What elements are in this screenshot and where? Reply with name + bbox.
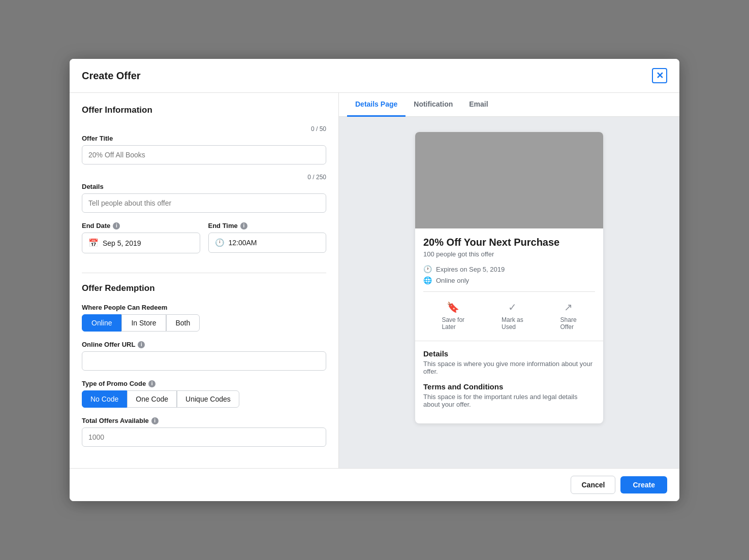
save-for-later-action[interactable]: 🔖 Save forLater <box>442 301 464 331</box>
modal-body: Offer Information 0 / 50 Offer Title 0 /… <box>70 93 679 468</box>
total-offers-field: Total Offers Available i <box>82 417 326 447</box>
details-text: This space is where you give more inform… <box>423 360 595 375</box>
offer-title-char-count: 0 / 50 <box>82 125 326 133</box>
total-offers-label: Total Offers Available i <box>82 417 326 424</box>
tab-details-page[interactable]: Details Page <box>347 93 405 117</box>
offer-card-subtitle: 100 people got this offer <box>423 250 595 258</box>
save-for-later-icon: 🔖 <box>447 301 459 313</box>
offer-preview-card: 20% Off Your Next Purchase 100 people go… <box>415 132 603 423</box>
modal-header: Create Offer ✕ <box>70 59 679 93</box>
redeem-options-group: Online In Store Both <box>82 314 326 332</box>
share-offer-icon: ↗ <box>564 301 573 313</box>
offer-title-label: Offer Title <box>82 135 326 142</box>
promo-code-field: Type of Promo Code i No Code One Code Un… <box>82 380 326 408</box>
left-panel: Offer Information 0 / 50 Offer Title 0 /… <box>70 93 339 468</box>
right-panel: Details Page Notification Email 20% Off … <box>339 93 679 468</box>
details-field: 0 / 250 Details <box>82 174 326 213</box>
offer-card-title: 20% Off Your Next Purchase <box>423 237 595 248</box>
save-for-later-label: Save forLater <box>442 316 464 331</box>
details-char-count: 0 / 250 <box>82 174 326 181</box>
end-date-field: End Date i 📅 Sep 5, 2019 <box>82 222 200 253</box>
mark-as-used-icon: ✓ <box>508 301 517 313</box>
end-time-label: End Time i <box>208 222 327 229</box>
offer-expires-label: Expires on Sep 5, 2019 <box>436 266 505 273</box>
details-label: Details <box>82 183 326 190</box>
redeem-both-button[interactable]: Both <box>166 314 200 332</box>
end-time-value: 12:00AM <box>229 239 257 247</box>
terms-heading: Terms and Conditions <box>423 382 595 391</box>
offer-redemption-title: Offer Redemption <box>82 283 326 293</box>
online-url-info-icon[interactable]: i <box>138 341 145 348</box>
share-offer-label: ShareOffer <box>560 316 577 331</box>
offer-actions: 🔖 Save forLater ✓ Mark asUsed ↗ ShareOff… <box>423 299 595 333</box>
offer-card-body: 20% Off Your Next Purchase 100 people go… <box>415 228 603 341</box>
mark-as-used-action[interactable]: ✓ Mark asUsed <box>502 301 523 331</box>
offer-title-field: 0 / 50 Offer Title <box>82 125 326 164</box>
close-button[interactable]: ✕ <box>652 68 667 83</box>
cancel-button[interactable]: Cancel <box>571 476 615 494</box>
section-divider <box>82 273 326 273</box>
modal-title: Create Offer <box>82 70 141 82</box>
modal-backdrop: Create Offer ✕ Offer Information 0 / 50 … <box>0 0 749 560</box>
redeem-online-button[interactable]: Online <box>82 314 121 332</box>
offer-title-input[interactable] <box>82 145 326 164</box>
globe-meta-icon: 🌐 <box>423 276 432 284</box>
online-url-field: Online Offer URL i <box>82 341 326 371</box>
offer-location-label: Online only <box>436 277 469 284</box>
end-time-field: End Time i 🕛 12:00AM <box>208 222 327 253</box>
clock-icon: 🕛 <box>215 238 225 247</box>
preview-tabs: Details Page Notification Email <box>339 93 679 117</box>
where-redeem-field: Where People Can Redeem Online In Store … <box>82 304 326 332</box>
promo-code-label: Type of Promo Code i <box>82 380 326 387</box>
mark-as-used-label: Mark asUsed <box>502 316 523 331</box>
end-date-input[interactable]: 📅 Sep 5, 2019 <box>82 233 200 253</box>
date-time-row: End Date i 📅 Sep 5, 2019 End Time i <box>82 222 326 262</box>
promo-unique-codes-button[interactable]: Unique Codes <box>177 390 239 408</box>
preview-content: 20% Off Your Next Purchase 100 people go… <box>339 117 679 468</box>
online-url-input[interactable] <box>82 351 326 371</box>
tab-email[interactable]: Email <box>461 93 496 117</box>
end-time-info-icon[interactable]: i <box>240 222 247 229</box>
end-time-input[interactable]: 🕛 12:00AM <box>208 233 327 253</box>
promo-code-info-icon[interactable]: i <box>148 380 155 387</box>
offer-location-meta: 🌐 Online only <box>423 276 595 284</box>
tab-notification[interactable]: Notification <box>405 93 461 117</box>
card-divider <box>423 291 595 292</box>
end-date-label: End Date i <box>82 222 200 229</box>
offer-card-image <box>415 132 603 228</box>
modal-footer: Cancel Create <box>70 468 679 501</box>
promo-options-group: No Code One Code Unique Codes <box>82 390 326 408</box>
details-input[interactable] <box>82 193 326 213</box>
clock-meta-icon: 🕐 <box>423 265 432 273</box>
offer-details-section: Details This space is where you give mor… <box>415 341 603 423</box>
end-date-info-icon[interactable]: i <box>113 222 120 229</box>
total-offers-input[interactable] <box>82 427 326 447</box>
redeem-instore-button[interactable]: In Store <box>121 314 166 332</box>
end-date-value: Sep 5, 2019 <box>103 239 141 247</box>
create-offer-modal: Create Offer ✕ Offer Information 0 / 50 … <box>70 59 679 501</box>
calendar-icon: 📅 <box>88 238 99 248</box>
offer-information-title: Offer Information <box>82 105 326 115</box>
where-redeem-label: Where People Can Redeem <box>82 304 326 311</box>
details-heading: Details <box>423 349 595 358</box>
offer-expires-meta: 🕐 Expires on Sep 5, 2019 <box>423 265 595 273</box>
promo-no-code-button[interactable]: No Code <box>82 390 127 408</box>
online-url-label: Online Offer URL i <box>82 341 326 348</box>
create-button[interactable]: Create <box>620 476 667 493</box>
total-offers-info-icon[interactable]: i <box>151 417 159 424</box>
terms-text: This space is for the important rules an… <box>423 393 595 408</box>
share-offer-action[interactable]: ↗ ShareOffer <box>560 301 577 331</box>
promo-one-code-button[interactable]: One Code <box>127 390 177 408</box>
